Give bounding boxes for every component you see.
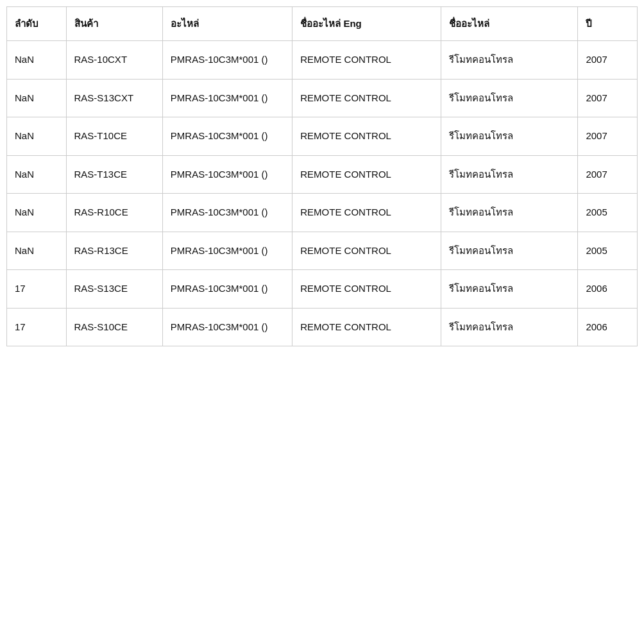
cell-thai: รีโมทคอนโทรล bbox=[441, 308, 578, 346]
cell-thai: รีโมทคอนโทรล bbox=[441, 41, 578, 80]
cell-part: PMRAS-10C3M*001 () bbox=[162, 79, 292, 117]
table-row: NaNRAS-R10CEPMRAS-10C3M*001 ()REMOTE CON… bbox=[7, 194, 638, 232]
cell-eng: REMOTE CONTROL bbox=[292, 79, 441, 117]
cell-product: RAS-T13CE bbox=[66, 155, 162, 194]
cell-part: PMRAS-10C3M*001 () bbox=[162, 41, 292, 80]
table-row: 17RAS-S13CEPMRAS-10C3M*001 ()REMOTE CONT… bbox=[7, 270, 638, 309]
cell-year: 2005 bbox=[578, 194, 638, 232]
header-part: อะไหล่ bbox=[162, 7, 292, 41]
cell-eng: REMOTE CONTROL bbox=[292, 232, 441, 270]
cell-thai: รีโมทคอนโทรล bbox=[441, 155, 578, 194]
cell-product: RAS-S13CXT bbox=[66, 79, 162, 117]
cell-num: NaN bbox=[7, 79, 67, 117]
header-year: ปี bbox=[578, 7, 638, 41]
cell-thai: รีโมทคอนโทรล bbox=[441, 232, 578, 270]
cell-year: 2007 bbox=[578, 155, 638, 194]
table-row: NaNRAS-10CXTPMRAS-10C3M*001 ()REMOTE CON… bbox=[7, 41, 638, 80]
cell-part: PMRAS-10C3M*001 () bbox=[162, 232, 292, 270]
cell-num: NaN bbox=[7, 232, 67, 270]
cell-thai: รีโมทคอนโทรล bbox=[441, 194, 578, 232]
main-container: ลำดับ สินค้า อะไหล่ ชื่ออะไหล่ Eng ชื่ออ… bbox=[0, 0, 644, 353]
cell-part: PMRAS-10C3M*001 () bbox=[162, 155, 292, 194]
cell-part: PMRAS-10C3M*001 () bbox=[162, 194, 292, 232]
cell-product: RAS-S10CE bbox=[66, 308, 162, 346]
cell-num: NaN bbox=[7, 194, 67, 232]
cell-part: PMRAS-10C3M*001 () bbox=[162, 308, 292, 346]
cell-num: 17 bbox=[7, 308, 67, 346]
header-product: สินค้า bbox=[66, 7, 162, 41]
table-row: 17RAS-S10CEPMRAS-10C3M*001 ()REMOTE CONT… bbox=[7, 308, 638, 346]
header-eng: ชื่ออะไหล่ Eng bbox=[292, 7, 441, 41]
cell-eng: REMOTE CONTROL bbox=[292, 117, 441, 156]
cell-thai: รีโมทคอนโทรล bbox=[441, 270, 578, 309]
table-row: NaNRAS-T10CEPMRAS-10C3M*001 ()REMOTE CON… bbox=[7, 117, 638, 156]
cell-part: PMRAS-10C3M*001 () bbox=[162, 117, 292, 156]
cell-num: NaN bbox=[7, 41, 67, 80]
cell-thai: รีโมทคอนโทรล bbox=[441, 79, 578, 117]
cell-year: 2007 bbox=[578, 117, 638, 156]
cell-num: NaN bbox=[7, 117, 67, 156]
cell-product: RAS-T10CE bbox=[66, 117, 162, 156]
cell-product: RAS-R13CE bbox=[66, 232, 162, 270]
cell-year: 2006 bbox=[578, 308, 638, 346]
cell-eng: REMOTE CONTROL bbox=[292, 194, 441, 232]
cell-eng: REMOTE CONTROL bbox=[292, 41, 441, 80]
table-row: NaNRAS-R13CEPMRAS-10C3M*001 ()REMOTE CON… bbox=[7, 232, 638, 270]
table-row: NaNRAS-S13CXTPMRAS-10C3M*001 ()REMOTE CO… bbox=[7, 79, 638, 117]
cell-num: 17 bbox=[7, 270, 67, 309]
header-num: ลำดับ bbox=[7, 7, 67, 41]
cell-num: NaN bbox=[7, 155, 67, 194]
cell-eng: REMOTE CONTROL bbox=[292, 270, 441, 309]
cell-part: PMRAS-10C3M*001 () bbox=[162, 270, 292, 309]
cell-year: 2007 bbox=[578, 79, 638, 117]
cell-thai: รีโมทคอนโทรล bbox=[441, 117, 578, 156]
cell-product: RAS-10CXT bbox=[66, 41, 162, 80]
data-table: ลำดับ สินค้า อะไหล่ ชื่ออะไหล่ Eng ชื่ออ… bbox=[6, 6, 638, 346]
cell-year: 2005 bbox=[578, 232, 638, 270]
cell-eng: REMOTE CONTROL bbox=[292, 308, 441, 346]
header-row: ลำดับ สินค้า อะไหล่ ชื่ออะไหล่ Eng ชื่ออ… bbox=[7, 7, 638, 41]
cell-product: RAS-S13CE bbox=[66, 270, 162, 309]
cell-eng: REMOTE CONTROL bbox=[292, 155, 441, 194]
table-row: NaNRAS-T13CEPMRAS-10C3M*001 ()REMOTE CON… bbox=[7, 155, 638, 194]
header-thai: ชื่ออะไหล่ bbox=[441, 7, 578, 41]
cell-year: 2007 bbox=[578, 41, 638, 80]
cell-product: RAS-R10CE bbox=[66, 194, 162, 232]
cell-year: 2006 bbox=[578, 270, 638, 309]
